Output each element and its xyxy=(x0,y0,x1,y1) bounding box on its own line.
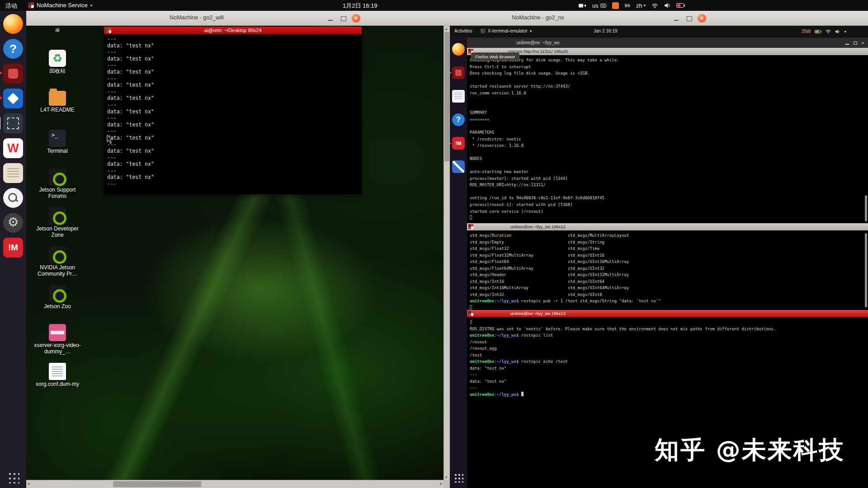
desktop-icon-label: L4T-README xyxy=(30,107,85,113)
terminal-line: data: "test nx" xyxy=(470,378,868,385)
volume-icon xyxy=(835,29,840,34)
desktop-icon[interactable]: Jetson Developer Zone xyxy=(30,207,85,246)
terminal-line: --- xyxy=(107,128,362,135)
remote-desktop-go2-nx[interactable]: Activities X-terminal-emulator ▾ Jan 2 1… xyxy=(450,26,868,488)
terminal-line: setting /run_id to 94e90036-c8e1-11ef-9e… xyxy=(470,195,868,202)
terminal-line: std_msgs/Int16 std_msgs/UInt64 xyxy=(470,278,868,285)
window-titlebar[interactable]: NoMachine - go2_wifi xyxy=(26,11,450,26)
clock[interactable]: 1月2日 16:19 xyxy=(343,2,377,10)
desktop-icon[interactable]: ai xyxy=(30,27,85,50)
scroll-right-icon[interactable]: ▸ xyxy=(440,481,442,486)
app-menu-label: NoMachine Service xyxy=(37,2,88,9)
dock-item-files[interactable] xyxy=(3,163,23,183)
terminal-line: unitree@nx:~/lyy_ws$ rostopic echo /test xyxy=(470,358,868,365)
terminal-line: unitree@nx:~/lyy_ws$ xyxy=(470,391,868,398)
pane-header-rostopic-echo[interactable]: unitree@nx:~/lyy_ws 195x12 xyxy=(467,310,868,317)
pane-header-roscore[interactable]: roscore http://nx:11311/ 195x25 xyxy=(467,48,868,55)
terminal-pane-rostopic-pub[interactable]: std_msgs/Duration std_msgs/MultiArrayLay… xyxy=(467,230,868,310)
activities-button[interactable]: Activities xyxy=(454,28,472,33)
terminal-line: data: "test nx" xyxy=(107,161,362,168)
show-applications-button[interactable] xyxy=(7,471,19,483)
dock-item-blueapp[interactable] xyxy=(3,89,23,108)
inner-dock-item-help[interactable] xyxy=(452,113,465,126)
dock-item-nomachine[interactable] xyxy=(3,238,23,258)
input-method-indicator[interactable]: Iṁ xyxy=(625,3,630,8)
terminal-line: --- xyxy=(107,115,362,122)
inner-dock-item-editor[interactable] xyxy=(452,160,465,173)
terminal-pane-roscore[interactable]: Checking log directory for disk usage. T… xyxy=(467,55,868,223)
volume-icon[interactable] xyxy=(664,3,670,8)
scroll-up-icon[interactable]: ▴ xyxy=(445,26,448,31)
wifi-icon[interactable] xyxy=(651,3,658,8)
desktop-icon[interactable]: Terminal xyxy=(30,130,85,169)
activities-button[interactable]: 活动 xyxy=(5,2,17,10)
close-button[interactable] xyxy=(352,14,360,23)
scrollbar-thumb[interactable] xyxy=(865,195,867,221)
inner-dock-item-redapp[interactable] xyxy=(452,66,465,79)
terminal-line: --- xyxy=(107,75,362,82)
keyboard-layout[interactable]: us xyxy=(592,2,606,9)
desktop-icon[interactable]: xserver-xorg-video-dummy_… xyxy=(30,324,85,363)
remote-status-tray[interactable]: 25W ▾ xyxy=(802,26,846,37)
pane-header-rostopic-pub[interactable]: unitree@nx:~/lyy_ws 195x12 xyxy=(467,223,868,230)
scroll-left-icon[interactable]: ◂ xyxy=(28,481,30,486)
minimize-button[interactable] xyxy=(845,44,849,45)
dock-item-search[interactable] xyxy=(3,188,23,208)
terminal-line: data: "test nx" xyxy=(107,108,362,115)
maximize-button[interactable] xyxy=(685,14,693,23)
ime-icon[interactable] xyxy=(612,2,619,9)
desktop-icon[interactable]: Jetson Support Forums xyxy=(30,169,85,207)
desktop-icon[interactable]: Jetson Zoo xyxy=(30,285,85,324)
left-terminal-body[interactable]: ---data: "test nx"---data: "test nx"---d… xyxy=(104,34,362,194)
nvidia-icon xyxy=(49,246,66,263)
desktop-icon-label: Jetson Developer Zone xyxy=(30,226,85,239)
horizontal-scrollbar[interactable]: ◂ ▸ xyxy=(26,480,443,488)
inner-dock-item-nomachine[interactable] xyxy=(452,137,465,150)
remote-clock[interactable]: Jan 2 16:19 xyxy=(594,28,617,33)
vertical-scrollbar[interactable]: ▴ ▾ xyxy=(443,26,450,480)
screen-share-icon[interactable] xyxy=(579,3,586,9)
minimize-button[interactable] xyxy=(672,14,681,23)
show-applications-button[interactable] xyxy=(453,473,463,483)
scrollbar-thumb[interactable] xyxy=(444,32,449,161)
maximize-button[interactable] xyxy=(339,14,348,23)
scroll-down-icon[interactable]: ▾ xyxy=(445,475,448,479)
desktop-icon[interactable]: L4T-README xyxy=(30,91,85,130)
desktop-icon[interactable]: 回收站 xyxy=(30,50,85,89)
terminal-titlebar[interactable]: ai@orin: ~/Desktop 80x24 xyxy=(104,27,362,34)
app-menu[interactable]: X-terminal-emulator ▾ xyxy=(481,28,532,33)
terminal-window-titlebar[interactable]: unitree@nx: ~/lyy_ws × xyxy=(467,38,868,48)
dock-item-settings[interactable] xyxy=(3,213,23,233)
scrollbar-thumb[interactable] xyxy=(865,233,867,307)
close-button[interactable]: × xyxy=(862,41,864,45)
terminal-line: --- xyxy=(107,155,362,161)
terminator-window[interactable]: unitree@nx: ~/lyy_ws × roscore http://nx… xyxy=(467,38,868,488)
terminal-line: data: "test nx" xyxy=(107,122,362,128)
dock-item-select[interactable] xyxy=(3,113,23,133)
terminal-line: SUMMARY xyxy=(470,109,868,116)
battery-icon[interactable] xyxy=(676,3,685,8)
inner-dock-item-firefox[interactable] xyxy=(452,43,465,56)
app-menu[interactable]: NoMachine Service ▾ xyxy=(28,2,92,9)
remote-terminal-window[interactable]: ai@orin: ~/Desktop 80x24 ---data: "test … xyxy=(104,27,362,194)
language-indicator[interactable]: zh ▾ xyxy=(636,2,646,9)
window-titlebar[interactable]: NoMachine - go2_nx xyxy=(450,11,868,26)
scrollbar-thumb[interactable] xyxy=(113,481,201,487)
dock-item-redapp[interactable] xyxy=(3,64,23,84)
window-title: NoMachine - go2_wifi xyxy=(170,14,224,21)
wifi-icon xyxy=(826,29,831,33)
terminal-line: data: "test nx" xyxy=(107,42,362,49)
remote-desktop-go2-wifi[interactable]: ai回收站L4T-READMETerminalJetson Support Fo… xyxy=(26,26,443,480)
inner-dock-item-file[interactable] xyxy=(452,90,465,103)
desktop-icon[interactable]: xorg.conf.dum-my xyxy=(30,363,85,402)
dock-item-firefox[interactable] xyxy=(3,14,23,34)
desktop-icon[interactable]: NVIDIA Jetson Community Pr… xyxy=(30,246,85,285)
minimize-button[interactable] xyxy=(326,14,335,23)
terminal-line: unitree@nx:~/lyy_ws$ rostopic list xyxy=(470,332,868,339)
terminal-line: std_msgs/Int16MultiArray std_msgs/UInt64… xyxy=(470,285,868,291)
dock-item-help[interactable] xyxy=(3,39,23,59)
dock-item-wps[interactable] xyxy=(3,138,23,158)
close-button[interactable] xyxy=(698,14,706,23)
maximize-button[interactable] xyxy=(854,42,857,45)
terminal-line: --- xyxy=(107,168,362,174)
